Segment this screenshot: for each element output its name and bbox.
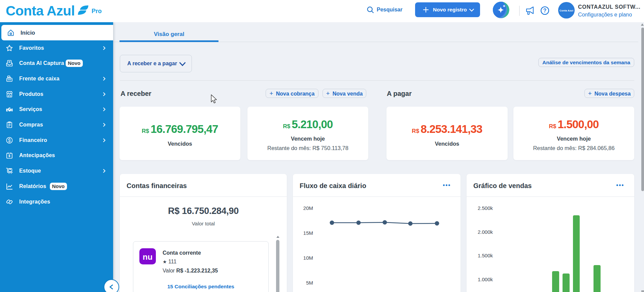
svg-text:?: ?	[543, 8, 547, 13]
